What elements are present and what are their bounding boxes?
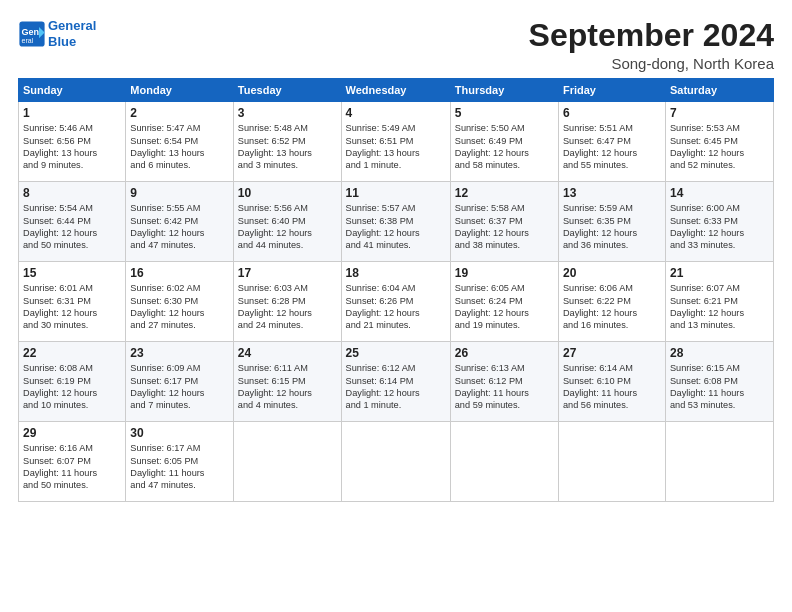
calendar-cell: 6Sunrise: 5:51 AM Sunset: 6:47 PM Daylig… [558,102,665,182]
day-number: 18 [346,266,446,280]
calendar-cell: 29Sunrise: 6:16 AM Sunset: 6:07 PM Dayli… [19,422,126,502]
svg-text:Gen: Gen [22,27,40,37]
calendar-cell: 17Sunrise: 6:03 AM Sunset: 6:28 PM Dayli… [233,262,341,342]
day-info: Sunrise: 6:04 AM Sunset: 6:26 PM Dayligh… [346,282,446,332]
day-number: 3 [238,106,337,120]
day-number: 29 [23,426,121,440]
day-number: 6 [563,106,661,120]
calendar-cell [558,422,665,502]
col-header-tuesday: Tuesday [233,79,341,102]
day-number: 26 [455,346,554,360]
calendar-cell: 3Sunrise: 5:48 AM Sunset: 6:52 PM Daylig… [233,102,341,182]
calendar-cell: 22Sunrise: 6:08 AM Sunset: 6:19 PM Dayli… [19,342,126,422]
day-number: 2 [130,106,229,120]
calendar-cell [665,422,773,502]
calendar-cell: 21Sunrise: 6:07 AM Sunset: 6:21 PM Dayli… [665,262,773,342]
calendar-cell: 7Sunrise: 5:53 AM Sunset: 6:45 PM Daylig… [665,102,773,182]
day-number: 9 [130,186,229,200]
day-info: Sunrise: 6:07 AM Sunset: 6:21 PM Dayligh… [670,282,769,332]
calendar-cell: 13Sunrise: 5:59 AM Sunset: 6:35 PM Dayli… [558,182,665,262]
calendar-cell: 20Sunrise: 6:06 AM Sunset: 6:22 PM Dayli… [558,262,665,342]
logo: Gen eral General Blue [18,18,96,49]
day-number: 23 [130,346,229,360]
day-info: Sunrise: 5:49 AM Sunset: 6:51 PM Dayligh… [346,122,446,172]
day-info: Sunrise: 6:17 AM Sunset: 6:05 PM Dayligh… [130,442,229,492]
day-info: Sunrise: 6:03 AM Sunset: 6:28 PM Dayligh… [238,282,337,332]
day-number: 4 [346,106,446,120]
calendar-cell: 27Sunrise: 6:14 AM Sunset: 6:10 PM Dayli… [558,342,665,422]
location: Song-dong, North Korea [529,55,774,72]
day-number: 13 [563,186,661,200]
header: Gen eral General Blue September 2024 Son… [18,18,774,72]
col-header-saturday: Saturday [665,79,773,102]
svg-text:eral: eral [22,37,34,44]
calendar-cell: 24Sunrise: 6:11 AM Sunset: 6:15 PM Dayli… [233,342,341,422]
calendar-cell [450,422,558,502]
day-info: Sunrise: 6:08 AM Sunset: 6:19 PM Dayligh… [23,362,121,412]
calendar-cell: 25Sunrise: 6:12 AM Sunset: 6:14 PM Dayli… [341,342,450,422]
calendar-week-3: 15Sunrise: 6:01 AM Sunset: 6:31 PM Dayli… [19,262,774,342]
calendar-cell: 28Sunrise: 6:15 AM Sunset: 6:08 PM Dayli… [665,342,773,422]
calendar-cell [341,422,450,502]
day-info: Sunrise: 6:06 AM Sunset: 6:22 PM Dayligh… [563,282,661,332]
calendar-week-2: 8Sunrise: 5:54 AM Sunset: 6:44 PM Daylig… [19,182,774,262]
day-info: Sunrise: 6:02 AM Sunset: 6:30 PM Dayligh… [130,282,229,332]
day-number: 20 [563,266,661,280]
day-number: 22 [23,346,121,360]
calendar-cell: 9Sunrise: 5:55 AM Sunset: 6:42 PM Daylig… [126,182,234,262]
day-info: Sunrise: 5:55 AM Sunset: 6:42 PM Dayligh… [130,202,229,252]
day-info: Sunrise: 6:11 AM Sunset: 6:15 PM Dayligh… [238,362,337,412]
day-info: Sunrise: 5:59 AM Sunset: 6:35 PM Dayligh… [563,202,661,252]
calendar-week-4: 22Sunrise: 6:08 AM Sunset: 6:19 PM Dayli… [19,342,774,422]
col-header-friday: Friday [558,79,665,102]
calendar-cell: 12Sunrise: 5:58 AM Sunset: 6:37 PM Dayli… [450,182,558,262]
day-info: Sunrise: 5:46 AM Sunset: 6:56 PM Dayligh… [23,122,121,172]
logo-icon: Gen eral [18,20,46,48]
day-number: 17 [238,266,337,280]
calendar-cell [233,422,341,502]
day-number: 10 [238,186,337,200]
day-info: Sunrise: 5:58 AM Sunset: 6:37 PM Dayligh… [455,202,554,252]
day-number: 21 [670,266,769,280]
day-number: 12 [455,186,554,200]
calendar-cell: 18Sunrise: 6:04 AM Sunset: 6:26 PM Dayli… [341,262,450,342]
calendar-cell: 1Sunrise: 5:46 AM Sunset: 6:56 PM Daylig… [19,102,126,182]
day-number: 11 [346,186,446,200]
calendar-cell: 19Sunrise: 6:05 AM Sunset: 6:24 PM Dayli… [450,262,558,342]
col-header-wednesday: Wednesday [341,79,450,102]
calendar-cell: 14Sunrise: 6:00 AM Sunset: 6:33 PM Dayli… [665,182,773,262]
col-header-monday: Monday [126,79,234,102]
day-number: 27 [563,346,661,360]
calendar-cell: 16Sunrise: 6:02 AM Sunset: 6:30 PM Dayli… [126,262,234,342]
day-info: Sunrise: 6:00 AM Sunset: 6:33 PM Dayligh… [670,202,769,252]
day-info: Sunrise: 5:50 AM Sunset: 6:49 PM Dayligh… [455,122,554,172]
day-info: Sunrise: 5:56 AM Sunset: 6:40 PM Dayligh… [238,202,337,252]
calendar-cell: 15Sunrise: 6:01 AM Sunset: 6:31 PM Dayli… [19,262,126,342]
calendar-cell: 5Sunrise: 5:50 AM Sunset: 6:49 PM Daylig… [450,102,558,182]
day-info: Sunrise: 6:16 AM Sunset: 6:07 PM Dayligh… [23,442,121,492]
day-number: 16 [130,266,229,280]
calendar-header-row: SundayMondayTuesdayWednesdayThursdayFrid… [19,79,774,102]
day-number: 1 [23,106,121,120]
day-info: Sunrise: 6:15 AM Sunset: 6:08 PM Dayligh… [670,362,769,412]
col-header-thursday: Thursday [450,79,558,102]
day-number: 8 [23,186,121,200]
calendar-cell: 10Sunrise: 5:56 AM Sunset: 6:40 PM Dayli… [233,182,341,262]
calendar-cell: 23Sunrise: 6:09 AM Sunset: 6:17 PM Dayli… [126,342,234,422]
day-number: 15 [23,266,121,280]
calendar-cell: 26Sunrise: 6:13 AM Sunset: 6:12 PM Dayli… [450,342,558,422]
page: Gen eral General Blue September 2024 Son… [0,0,792,612]
month-title: September 2024 [529,18,774,53]
day-info: Sunrise: 5:47 AM Sunset: 6:54 PM Dayligh… [130,122,229,172]
day-info: Sunrise: 5:48 AM Sunset: 6:52 PM Dayligh… [238,122,337,172]
logo-text: General Blue [48,18,96,49]
logo-line1: General [48,18,96,33]
day-number: 5 [455,106,554,120]
day-number: 24 [238,346,337,360]
day-info: Sunrise: 6:01 AM Sunset: 6:31 PM Dayligh… [23,282,121,332]
calendar-cell: 2Sunrise: 5:47 AM Sunset: 6:54 PM Daylig… [126,102,234,182]
day-number: 25 [346,346,446,360]
day-number: 30 [130,426,229,440]
col-header-sunday: Sunday [19,79,126,102]
day-info: Sunrise: 5:53 AM Sunset: 6:45 PM Dayligh… [670,122,769,172]
